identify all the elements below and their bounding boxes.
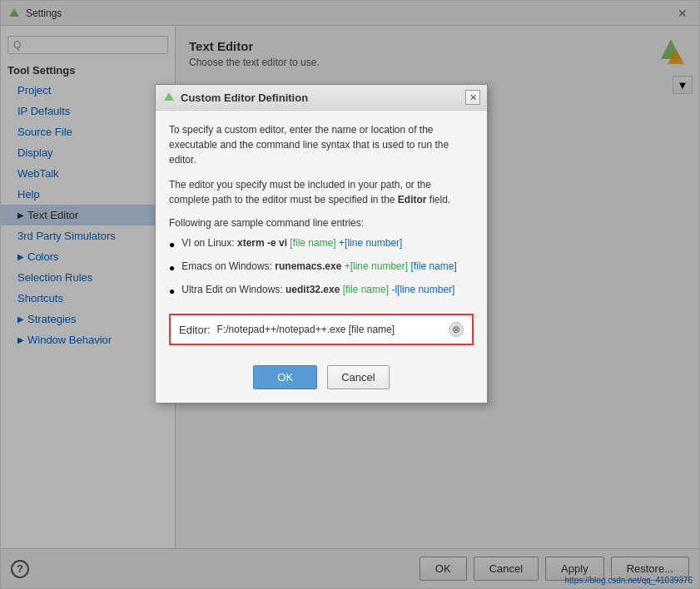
sample-uedit-platform: Ultra Edit on Windows: (181, 284, 285, 295)
dialog-description-2: The editor you specify must be included … (169, 177, 474, 207)
sample-emacs-cmd: runemacs.exe (275, 260, 341, 272)
sample-emacs-platform: Emacs on Windows: (181, 260, 275, 272)
editor-field-area: Editor: ⊗ (169, 314, 474, 345)
dialog-editor-keyword: Editor (398, 194, 427, 205)
dialog-ok-button[interactable]: OK (253, 365, 317, 389)
dialog-body: To specify a custom editor, enter the na… (156, 111, 487, 357)
bullet-icon-2: ● (169, 260, 175, 275)
dialog-title-left: Custom Editor Definition (162, 91, 308, 104)
main-window: Settings ✕ Q Tool Settings Project IP De… (0, 0, 700, 589)
editor-input[interactable] (217, 324, 442, 335)
dialog-description-1: To specify a custom editor, enter the na… (169, 122, 474, 167)
sample-vi-cmd: xterm -e vi (237, 237, 287, 249)
sample-vi-platform: VI on Linux: (181, 237, 237, 249)
bullet-icon-3: ● (169, 284, 175, 299)
dialog-title-bar: Custom Editor Definition ✕ (156, 85, 487, 111)
dialog-footer: OK Cancel (156, 357, 487, 403)
dialog-title-text: Custom Editor Definition (181, 92, 308, 104)
sample-item-vi: ● VI on Linux: xterm -e vi [file name] +… (169, 235, 474, 252)
dialog-icon (162, 91, 176, 104)
svg-marker-5 (164, 92, 174, 101)
sample-uedit-param2: -l[line number] (389, 284, 454, 295)
sample-item-uedit: ● Ultra Edit on Windows: uedit32.exe [fi… (169, 282, 474, 299)
sample-emacs-param2: [file name] (408, 260, 457, 272)
sample-emacs-param1: +[line number] (341, 260, 408, 272)
dialog-close-button[interactable]: ✕ (465, 90, 480, 105)
sample-item-emacs: ● Emacs on Windows: runemacs.exe +[line … (169, 259, 474, 275)
bullet-icon: ● (169, 237, 175, 252)
samples-header: Following are sample command line entrie… (169, 217, 474, 229)
sample-uedit-cmd: uedit32.exe (285, 284, 340, 295)
sample-vi-param2: +[line number] (336, 237, 403, 249)
dialog-overlay: Custom Editor Definition ✕ To specify a … (1, 1, 699, 588)
dialog-cancel-button[interactable]: Cancel (327, 365, 389, 389)
custom-editor-dialog: Custom Editor Definition ✕ To specify a … (155, 84, 488, 403)
sample-uedit-param1: [file name] (340, 284, 389, 295)
editor-label: Editor: (179, 324, 211, 336)
sample-vi-param1: [file name] (287, 237, 336, 249)
editor-clear-button[interactable]: ⊗ (449, 322, 464, 337)
